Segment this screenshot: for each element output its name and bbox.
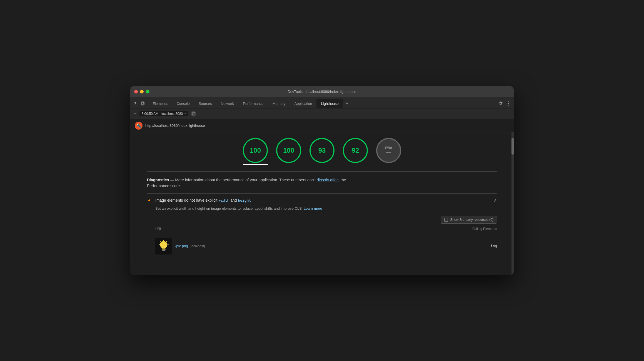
scrollbar-track[interactable] xyxy=(511,132,514,275)
devtools-icons-left xyxy=(133,100,146,108)
url-column-header: URL xyxy=(155,227,253,231)
checkbox-icon xyxy=(444,218,448,222)
devtools-icons-right xyxy=(498,100,511,108)
svg-point-3 xyxy=(508,103,509,104)
directly-affect-link[interactable]: directly affect xyxy=(317,178,340,182)
third-party-label: Show 3rd-party resources (0) xyxy=(450,218,493,222)
row-url-link[interactable]: /pic.png xyxy=(175,244,188,248)
tab-console[interactable]: Console xyxy=(172,99,194,108)
main-content: 100 100 93 92 PWA — xyxy=(130,132,514,275)
seo-score-circle[interactable]: 92 xyxy=(343,138,368,163)
performance-score-circle[interactable]: 100 xyxy=(243,138,268,163)
failing-column-header: Failing Elements xyxy=(253,227,497,231)
tab-application[interactable]: Application xyxy=(290,99,317,108)
address-bar[interactable]: 8:00:50 AM - localhost:8080 ▾ xyxy=(139,111,188,116)
accessibility-score-value: 100 xyxy=(283,147,294,154)
svg-point-4 xyxy=(508,105,509,106)
audit-code-width: width xyxy=(218,198,229,202)
table-row: /pic.png (localhost) img xyxy=(155,236,497,257)
audit-item: ▲ Image elements do not have explicit wi… xyxy=(147,193,497,261)
tab-lighthouse[interactable]: Lighthouse xyxy=(316,99,343,108)
lighthouse-url: http://localhost:8080/index-lighthouse xyxy=(145,123,504,128)
minimize-button[interactable] xyxy=(140,90,144,93)
pwa-dash: — xyxy=(386,149,391,155)
diagnostics-label: Diagnostics xyxy=(147,178,169,182)
svg-line-15 xyxy=(166,241,167,242)
audit-table: URL Failing Elements xyxy=(155,227,497,257)
row-thumbnail xyxy=(155,238,172,254)
tab-memory[interactable]: Memory xyxy=(268,99,290,108)
collapse-button[interactable]: ∧ xyxy=(494,198,497,203)
seo-score-value: 92 xyxy=(352,147,359,154)
overflow-menu-icon[interactable] xyxy=(505,100,511,107)
row-url-host: (localhost) xyxy=(190,244,205,248)
svg-text:🔦: 🔦 xyxy=(136,123,141,128)
toolbar-bar: + 8:00:50 AM - localhost:8080 ▾ xyxy=(130,108,514,119)
warning-icon: ▲ xyxy=(147,197,153,203)
address-chevron-icon: ▾ xyxy=(184,112,186,115)
device-icon[interactable] xyxy=(140,100,146,107)
lighthouse-logo-icon: 🔦 xyxy=(135,122,143,130)
tab-performance[interactable]: Performance xyxy=(238,99,268,108)
lighthouse-more-button[interactable]: ⋮ xyxy=(504,122,509,129)
audit-code-height: height xyxy=(238,198,251,202)
lightbulb-icon xyxy=(156,239,171,254)
diagnostics-section: Diagnostics — More information about the… xyxy=(147,171,497,261)
inspect-icon[interactable] xyxy=(133,100,139,107)
learn-more-link[interactable]: Learn more xyxy=(304,206,322,211)
svg-rect-13 xyxy=(162,249,166,250)
tabs: Elements Console Sources Network Perform… xyxy=(148,99,498,108)
lighthouse-header: 🔦 http://localhost:8080/index-lighthouse… xyxy=(130,119,514,132)
more-tabs-button[interactable]: » xyxy=(343,100,350,108)
tab-elements[interactable]: Elements xyxy=(148,99,172,108)
best-practices-score-value: 93 xyxy=(318,147,326,154)
settings-icon[interactable] xyxy=(498,100,504,107)
row-url-column: /pic.png (localhost) xyxy=(155,238,236,254)
svg-rect-1 xyxy=(142,102,144,104)
svg-rect-12 xyxy=(162,249,166,249)
diagnostics-title-row: Diagnostics — More information about the… xyxy=(147,177,497,189)
traffic-lights xyxy=(134,90,149,93)
tab-network[interactable]: Network xyxy=(216,99,239,108)
pwa-score-circle[interactable]: PWA — xyxy=(376,138,401,163)
svg-point-2 xyxy=(508,102,509,102)
accessibility-score-circle[interactable]: 100 xyxy=(276,138,301,163)
score-underline xyxy=(243,164,268,165)
reload-button[interactable] xyxy=(191,111,196,117)
table-header-row: URL Failing Elements xyxy=(155,227,497,233)
third-party-row: Show 3rd-party resources (0) xyxy=(155,216,497,224)
new-tab-button[interactable]: + xyxy=(134,111,137,117)
tab-bar: Elements Console Sources Network Perform… xyxy=(130,97,514,108)
tab-sources[interactable]: Sources xyxy=(194,99,216,108)
svg-line-16 xyxy=(161,241,161,242)
audit-header-left: ▲ Image elements do not have explicit wi… xyxy=(147,197,251,203)
window-title: DevTools - localhost:8080/index-lighthou… xyxy=(288,90,356,94)
show-third-party-checkbox[interactable]: Show 3rd-party resources (0) xyxy=(441,216,497,224)
browser-window: DevTools - localhost:8080/index-lighthou… xyxy=(130,86,514,275)
svg-rect-9 xyxy=(162,250,165,251)
best-practices-score-circle[interactable]: 93 xyxy=(309,138,335,163)
audit-header: ▲ Image elements do not have explicit wi… xyxy=(147,197,497,203)
pwa-label: PWA xyxy=(385,146,392,149)
row-failing-value: img xyxy=(236,244,497,248)
title-bar: DevTools - localhost:8080/index-lighthou… xyxy=(130,86,514,97)
performance-score-value: 100 xyxy=(250,147,261,154)
fullscreen-button[interactable] xyxy=(146,90,149,93)
close-button[interactable] xyxy=(134,90,138,93)
diagnostics-description: Diagnostics — More information about the… xyxy=(147,177,497,183)
audit-title: Image elements do not have explicit widt… xyxy=(155,198,251,202)
scrollbar-thumb[interactable] xyxy=(511,138,514,155)
audit-description: Set an explicit width and height on imag… xyxy=(155,206,497,211)
scores-row: 100 100 93 92 PWA — xyxy=(147,138,497,163)
